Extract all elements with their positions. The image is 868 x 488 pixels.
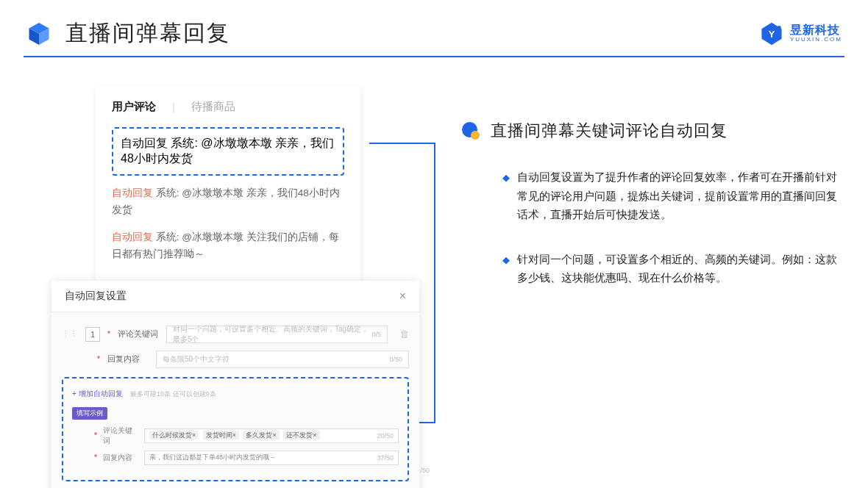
example-keyword-count: 20/50 — [377, 432, 394, 439]
example-reply-value: 亲，我们这边都是下单48小时内发货的哦～ — [149, 453, 276, 462]
reply-count: 0/50 — [389, 356, 402, 363]
tab-user-comments[interactable]: 用户评论 — [112, 100, 156, 114]
diamond-icon: ◆ — [502, 252, 510, 287]
connector-line — [434, 143, 435, 423]
example-reply-count: 37/50 — [377, 454, 394, 462]
right-column: 直播间弹幕关键词评论自动回复 ◆ 自动回复设置为了提升作者的评论回复效率，作者可… — [460, 87, 842, 488]
brand-text: 昱新科技 YUUXIN.COM — [790, 24, 842, 43]
keyword-input[interactable]: 对同一个问题，可设置多个相近、高频的关键词，Tag确定，最多5个 0/5 — [166, 326, 388, 343]
svg-point-6 — [471, 131, 480, 140]
auto-reply-label: 自动回复 — [112, 187, 153, 198]
cube-icon — [26, 21, 52, 47]
bullet-item: ◆ 自动回复设置为了提升作者的评论回复效率，作者可在开播前针对常见的评论用户问题… — [502, 168, 842, 224]
tag[interactable]: 什么时候发货× — [149, 431, 199, 439]
example-reply-input[interactable]: 亲，我们这边都是下单48小时内发货的哦～ 37/50 — [144, 451, 399, 465]
highlighted-comment: 自动回复 系统: @冰墩墩本墩 亲亲，我们48小时内发货 — [112, 127, 344, 176]
header-left: 直播间弹幕回复 — [26, 18, 230, 49]
example-reply-label: 回复内容 — [103, 453, 138, 463]
reply-placeholder: 每条限50个中文字符 — [163, 354, 230, 365]
required-mark: * — [94, 453, 97, 462]
connector-line — [369, 143, 435, 144]
tab-pending-goods[interactable]: 待播商品 — [191, 100, 235, 114]
example-reply-row: * 回复内容 亲，我们这边都是下单48小时内发货的哦～ 37/50 — [94, 451, 399, 465]
row-number: 1 — [85, 327, 100, 342]
example-tags: 什么时候发货× 发货时间× 多久发货× 还不发货× — [149, 431, 322, 440]
left-column: 用户评论 | 待播商品 自动回复 系统: @冰墩墩本墩 亲亲，我们48小时内发货… — [51, 87, 419, 488]
content: 用户评论 | 待播商品 自动回复 系统: @冰墩墩本墩 亲亲，我们48小时内发货… — [0, 57, 868, 488]
example-keyword-row: * 评论关键词 什么时候发货× 发货时间× 多久发货× 还不发货× 20/50 — [94, 426, 399, 446]
modal-header: 自动回复设置 × — [51, 281, 419, 312]
tag[interactable]: 还不发货× — [283, 431, 319, 439]
required-mark: * — [97, 355, 100, 363]
brand-logo-icon: Y — [759, 21, 784, 46]
modal-title: 自动回复设置 — [65, 290, 127, 303]
brand-en: YUUXIN.COM — [790, 37, 842, 43]
bullet-text: 针对同一个问题，可设置多个相近的、高频的关键词。例如：这款多少钱、这块能优惠吗、… — [517, 250, 842, 287]
tab-divider: | — [172, 101, 175, 113]
diamond-icon: ◆ — [502, 170, 510, 224]
modal-body: ⋮⋮ 1 * 评论关键词 对同一个问题，可设置多个相近、高频的关键词，Tag确定… — [51, 312, 419, 488]
example-keyword-label: 评论关键词 — [103, 426, 138, 446]
example-box: + 增加自动回复 最多可建10条 还可以创建9条 填写示例 * 评论关键词 什么… — [62, 377, 409, 481]
comment-row: 自动回复 系统: @冰墩墩本墩 亲亲，我们48小时内发货 — [112, 180, 344, 224]
section-head: 直播间弹幕关键词评论自动回复 — [460, 120, 842, 142]
form-row-keyword: ⋮⋮ 1 * 评论关键词 对同一个问题，可设置多个相近、高频的关键词，Tag确定… — [62, 326, 409, 343]
keyword-label: 评论关键词 — [118, 329, 159, 340]
auto-reply-label: 自动回复 — [112, 232, 153, 243]
reply-label: 回复内容 — [107, 354, 149, 365]
tag[interactable]: 发货时间× — [203, 431, 239, 439]
stray-count: /50 — [420, 467, 430, 474]
auto-reply-label: 自动回复 — [121, 137, 168, 149]
chat-bubble-icon — [460, 120, 482, 142]
auto-reply-settings-modal: 自动回复设置 × ⋮⋮ 1 * 评论关键词 对同一个问题，可设置多个相近、高频的… — [51, 281, 419, 488]
comments-tabs: 用户评论 | 待播商品 — [112, 100, 344, 114]
page-title: 直播间弹幕回复 — [65, 18, 230, 49]
required-mark: * — [94, 431, 97, 439]
bullet-text: 自动回复设置为了提升作者的评论回复效率，作者可在开播前针对常见的评论用户问题，提… — [517, 168, 842, 224]
form-row-reply: * 回复内容 每条限50个中文字符 0/50 — [62, 351, 409, 368]
drag-handle-icon[interactable]: ⋮⋮ — [62, 329, 78, 339]
keyword-placeholder: 对同一个问题，可设置多个相近、高频的关键词，Tag确定，最多5个 — [173, 324, 372, 345]
svg-point-4 — [778, 25, 781, 29]
tag[interactable]: 多久发货× — [243, 431, 279, 439]
section-title: 直播间弹幕关键词评论自动回复 — [491, 120, 728, 142]
add-row: + 增加自动回复 最多可建10条 还可以创建9条 — [72, 386, 399, 405]
brand-cn: 昱新科技 — [790, 24, 842, 37]
reply-input[interactable]: 每条限50个中文字符 0/50 — [156, 351, 409, 368]
close-icon[interactable]: × — [399, 290, 406, 303]
comment-row: 自动回复 系统: @冰墩墩本墩 关注我们的店铺，每日都有热门推荐呦～ — [112, 224, 344, 268]
comments-panel: 用户评论 | 待播商品 自动回复 系统: @冰墩墩本墩 亲亲，我们48小时内发货… — [96, 87, 360, 284]
bullet-list: ◆ 自动回复设置为了提升作者的评论回复效率，作者可在开播前针对常见的评论用户问题… — [460, 168, 842, 287]
keyword-count: 0/5 — [371, 331, 381, 338]
page-header: 直播间弹幕回复 Y 昱新科技 YUUXIN.COM — [0, 0, 868, 56]
example-keyword-input[interactable]: 什么时候发货× 发货时间× 多久发货× 还不发货× 20/50 — [144, 428, 399, 443]
svg-text:Y: Y — [769, 29, 775, 40]
add-auto-reply-link[interactable]: + 增加自动回复 — [72, 389, 123, 399]
delete-icon[interactable]: 🗑 — [399, 329, 409, 340]
bullet-item: ◆ 针对同一个问题，可设置多个相近的、高频的关键词。例如：这款多少钱、这块能优惠… — [502, 250, 842, 287]
example-badge: 填写示例 — [72, 407, 107, 420]
add-note: 最多可建10条 还可以创建9条 — [130, 390, 216, 398]
required-mark: * — [107, 330, 110, 338]
brand: Y 昱新科技 YUUXIN.COM — [759, 21, 842, 46]
